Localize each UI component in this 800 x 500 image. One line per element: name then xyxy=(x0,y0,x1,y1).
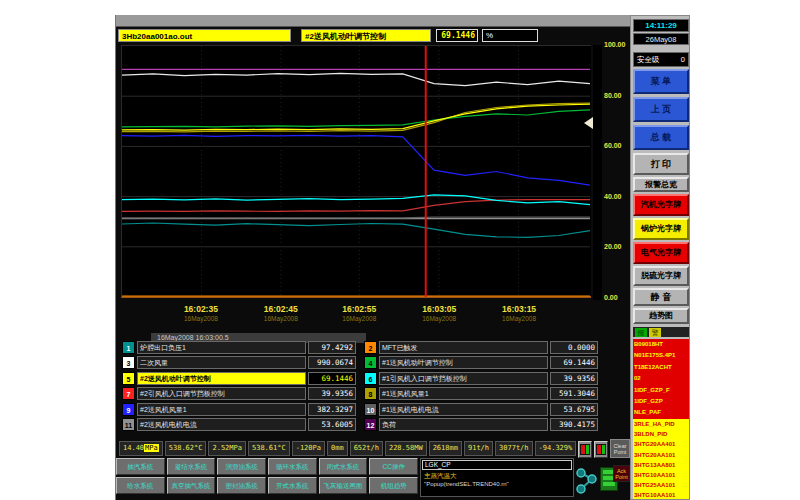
alarm-item[interactable]: B09018HT xyxy=(633,339,689,350)
legend-value: 390.4175 xyxy=(550,418,598,431)
alarm-item[interactable]: 3HTG10AA101 xyxy=(633,490,689,499)
alarm-item[interactable]: 3BLDN_PID xyxy=(633,429,689,439)
alarm-item[interactable]: 1IDF_GZP xyxy=(633,396,689,407)
legend-color-chip: 10 xyxy=(364,403,377,416)
point-indicator-button-1[interactable] xyxy=(578,441,592,458)
nav-button-feedwater[interactable]: 给水系统 xyxy=(116,477,165,494)
status-field: 228.58MW xyxy=(385,441,427,456)
legend-row[interactable]: 4 #1送风机动叶调节控制 69.1446 xyxy=(364,356,598,369)
legend-value: 39.9356 xyxy=(308,387,356,400)
legend-row[interactable]: 11 #2送风机电机电流 53.6005 xyxy=(122,418,356,431)
alarm-item[interactable]: 3HTG25AA101 xyxy=(633,480,689,490)
status-field: -120Pa xyxy=(292,441,325,456)
clock-time: 14:11:29 xyxy=(633,19,689,32)
legend-row-selected[interactable]: 5 #2送风机动叶调节控制 69.1446 xyxy=(122,372,356,385)
legend-row[interactable]: 10 #1送风机电机电流 53.6795 xyxy=(364,403,598,416)
x-axis-date-label: 16May2008 xyxy=(184,315,218,322)
current-value-marker-icon[interactable] xyxy=(584,117,593,129)
electrical-annunciator-button[interactable]: 电气光字牌 xyxy=(633,242,689,264)
legend-color-chip: 1 xyxy=(122,341,135,354)
legend-value: 39.9356 xyxy=(550,372,598,385)
alarm-item[interactable]: 3HTG13AA801 xyxy=(633,460,689,470)
legend-value: 69.1446 xyxy=(550,356,598,369)
legend-value: 591.3046 xyxy=(550,387,598,400)
menu-button[interactable]: 菜 单 xyxy=(633,69,689,94)
status-field: 538.62°C xyxy=(165,441,207,456)
boiler-annunciator-button[interactable]: 锅炉光字牌 xyxy=(633,218,689,240)
legend-value: 53.6005 xyxy=(308,418,356,431)
nav-button-circ-water[interactable]: 循环水系统 xyxy=(268,458,317,475)
legend-row[interactable]: 6 #1引风机入口调节挡板控制 39.9356 xyxy=(364,372,598,385)
nav-button-row-1: 抽汽系统 凝结水系统 润滑油系统 循环水系统 闭式水系统 CC操作 xyxy=(116,458,418,475)
legend-row[interactable]: 9 #2送风机风量1 382.3297 xyxy=(122,403,356,416)
previous-page-button[interactable]: 上 页 xyxy=(633,97,689,122)
clear-point-button[interactable]: ClearPoint xyxy=(610,439,630,458)
x-axis-date-label: 16May2008 xyxy=(264,315,298,322)
legend-label: #2引风机入口调节挡板控制 xyxy=(137,387,306,400)
security-level-field[interactable]: 安全级0 xyxy=(633,52,689,67)
alarm-item[interactable]: T18E12ACHT xyxy=(633,362,689,373)
nav-button-cc-operation[interactable]: CC操作 xyxy=(369,458,418,475)
trend-lines-canvas xyxy=(122,46,590,297)
alarm-list-yellow: 3RLE_HA_PID 3BLDN_PID 3HTG20AA401 3HTG20… xyxy=(633,419,689,499)
legend-row[interactable]: 3 二次风量 990.0674 xyxy=(122,356,356,369)
point-indicator-button-2[interactable] xyxy=(594,441,608,458)
legend-row[interactable]: 12 负荷 390.4175 xyxy=(364,418,598,431)
legend-value: 69.1446 xyxy=(308,372,356,385)
status-field: 2618mm xyxy=(429,441,462,456)
alarm-item[interactable]: 3RLE_HA_PID xyxy=(633,419,689,429)
nav-button-closed-water[interactable]: 闭式水系统 xyxy=(319,458,368,475)
status-field: 2.52MPa xyxy=(208,441,246,456)
nav-button-extraction-steam[interactable]: 抽汽系统 xyxy=(116,458,165,475)
fgd-annunciator-button[interactable]: 脱硫光字牌 xyxy=(633,266,689,286)
alarm-item[interactable]: 3HTG20AA401 xyxy=(633,439,689,449)
point-description-field[interactable]: #2送风机动叶调节控制 xyxy=(301,29,431,42)
legend-row[interactable]: 8 #1送风机风量1 591.3046 xyxy=(364,387,598,400)
legend-label: 炉膛出口负压1 xyxy=(137,341,306,354)
network-nodes-icon[interactable] xyxy=(576,465,598,495)
mute-button[interactable]: 静 音 xyxy=(633,288,689,306)
legend-label: MFT已触发 xyxy=(379,341,548,354)
nav-button-seal-oil[interactable]: 密封油系统 xyxy=(217,477,266,494)
nav-button-condensate[interactable]: 凝结水系统 xyxy=(167,458,216,475)
alarm-item[interactable]: 3HTG20AA101 xyxy=(633,450,689,460)
alarm-char-yellow: 警 xyxy=(649,328,661,337)
command-input[interactable]: LGK_CP xyxy=(422,460,572,470)
turbine-annunciator-button[interactable]: 汽机光字牌 xyxy=(633,194,689,216)
nav-button-ash-handling[interactable]: 飞灰输送画面 xyxy=(319,477,368,494)
value-marker-strip[interactable] xyxy=(593,45,602,300)
nav-button-unit-trend[interactable]: 机组趋势 xyxy=(369,477,418,494)
x-axis-time-label: 16:02:35 xyxy=(184,304,218,314)
legend-label: 二次风量 xyxy=(137,356,306,369)
status-field: -94.329% xyxy=(535,441,577,456)
legend-value: 53.6795 xyxy=(550,403,598,416)
legend-row[interactable]: 7 #2引风机入口调节挡板控制 39.9356 xyxy=(122,387,356,400)
alarm-item[interactable]: NLE_PAF xyxy=(633,407,689,418)
legend-value: 382.3297 xyxy=(308,403,356,416)
point-unit-readout: % xyxy=(482,29,538,42)
nav-button-vacuum[interactable]: 真空抽气系统 xyxy=(167,477,216,494)
overview-button[interactable]: 总 貌 xyxy=(633,125,689,150)
alarm-item[interactable]: N01E175S.4P1 xyxy=(633,350,689,361)
alarm-item[interactable]: 3HTG10AA101 xyxy=(633,470,689,480)
print-button[interactable]: 打 印 xyxy=(633,153,689,175)
y-axis-label: 80.00 xyxy=(604,92,622,99)
trend-line xyxy=(122,135,590,185)
status-field: 3077t/h xyxy=(495,441,533,456)
trend-window: 3Hb20aa001ao.out #2送风机动叶调节控制 69.1446 % 1… xyxy=(115,15,630,500)
legend-label: #1送风机动叶调节控制 xyxy=(379,356,548,369)
x-axis-date-label: 16May2008 xyxy=(422,315,456,322)
alarm-item[interactable]: 02 xyxy=(633,373,689,384)
alarm-summary-button[interactable]: 报警总览 xyxy=(633,177,689,192)
trend-chart-button[interactable]: 趋势图 xyxy=(633,308,689,324)
nav-button-lube-oil[interactable]: 润滑油系统 xyxy=(217,458,266,475)
alarm-item[interactable]: 1IDF_GZP_F xyxy=(633,385,689,396)
x-axis-time-label: 16:03:15 xyxy=(502,304,536,314)
point-tag-field[interactable]: 3Hb20aa001ao.out xyxy=(118,29,291,42)
ack-point-button[interactable]: AckPoint xyxy=(613,465,630,482)
trend-plot-area[interactable] xyxy=(121,45,591,298)
legend-row[interactable]: 2 MFT已触发 0.0000 xyxy=(364,341,598,354)
legend-value: 990.0674 xyxy=(308,356,356,369)
legend-row[interactable]: 1 炉膛出口负压1 97.4292 xyxy=(122,341,356,354)
nav-button-open-water[interactable]: 开式水系统 xyxy=(268,477,317,494)
